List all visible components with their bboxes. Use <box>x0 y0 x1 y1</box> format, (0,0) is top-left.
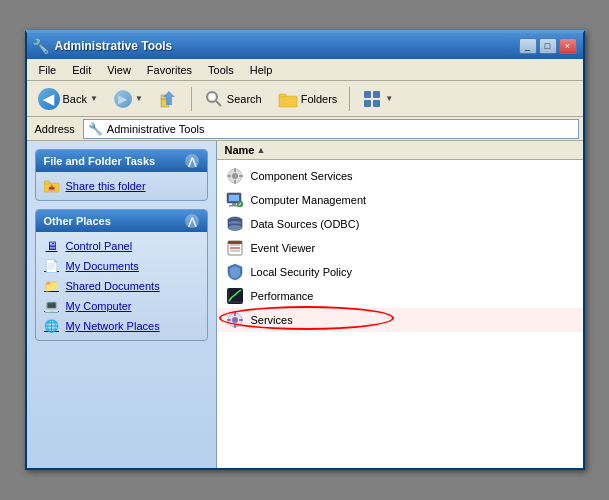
address-icon: 🔧 <box>88 122 103 136</box>
component-services-icon <box>225 166 245 186</box>
my-computer-icon: 💻 <box>44 298 60 314</box>
local-security-name: Local Security Policy <box>251 266 353 278</box>
svg-rect-8 <box>364 91 371 98</box>
sidebar-item-share-folder[interactable]: 📤 Share this folder <box>44 178 199 194</box>
svg-rect-45 <box>239 319 243 321</box>
menu-bar: File Edit View Favorites Tools Help <box>27 59 583 81</box>
file-folder-tasks-body: 📤 Share this folder <box>36 172 207 200</box>
address-content[interactable]: 🔧 Administrative Tools <box>83 119 579 139</box>
file-pane-header: Name ▲ <box>217 141 583 160</box>
menu-view[interactable]: View <box>99 62 139 78</box>
name-column-header[interactable]: Name ▲ <box>225 144 266 156</box>
svg-rect-23 <box>232 203 236 205</box>
control-panel-icon: 🖥 <box>44 238 60 254</box>
sidebar: File and Folder Tasks ⋀ 📤 Share this fol… <box>27 141 217 468</box>
other-places-header[interactable]: Other Places ⋀ <box>36 210 207 232</box>
data-sources-name: Data Sources (ODBC) <box>251 218 360 230</box>
svg-rect-6 <box>279 96 297 107</box>
search-label: Search <box>227 93 262 105</box>
component-services-name: Component Services <box>251 170 353 182</box>
computer-management-icon: ✓ <box>225 190 245 210</box>
other-places-body: 🖥 Control Panel 📄 My Documents 📁 Shared … <box>36 232 207 340</box>
up-button[interactable] <box>152 85 186 113</box>
data-sources-icon <box>225 214 245 234</box>
maximize-button[interactable]: □ <box>539 38 557 54</box>
svg-rect-36 <box>228 241 242 244</box>
table-row[interactable]: Event Viewer <box>217 236 583 260</box>
folders-button[interactable]: Folders <box>271 85 345 113</box>
menu-favorites[interactable]: Favorites <box>139 62 200 78</box>
svg-point-31 <box>228 225 242 231</box>
address-bar: Address 🔧 Administrative Tools <box>27 117 583 141</box>
svg-line-5 <box>216 101 221 106</box>
sidebar-item-control-panel[interactable]: 🖥 Control Panel <box>44 238 199 254</box>
views-icon <box>362 89 382 109</box>
title-bar-text: Administrative Tools <box>55 39 513 53</box>
minimize-button[interactable]: _ <box>519 38 537 54</box>
collapse-icon[interactable]: ⋀ <box>185 154 199 168</box>
address-label: Address <box>31 123 79 135</box>
toolbar: ◀ Back ▼ ▶ ▼ <box>27 81 583 117</box>
separator-1 <box>191 87 192 111</box>
back-dropdown-icon: ▼ <box>90 94 98 103</box>
sidebar-item-my-network[interactable]: 🌐 My Network Places <box>44 318 199 334</box>
forward-button[interactable]: ▶ ▼ <box>107 85 150 113</box>
my-documents-label: My Documents <box>66 260 139 272</box>
table-row[interactable]: ✓ Computer Management <box>217 188 583 212</box>
title-bar-buttons: _ □ × <box>519 38 577 54</box>
back-icon: ◀ <box>38 88 60 110</box>
shared-documents-label: Shared Documents <box>66 280 160 292</box>
menu-help[interactable]: Help <box>242 62 281 78</box>
svg-rect-7 <box>279 94 286 97</box>
other-places-collapse-icon[interactable]: ⋀ <box>185 214 199 228</box>
sidebar-item-my-documents[interactable]: 📄 My Documents <box>44 258 199 274</box>
services-icon <box>225 310 245 330</box>
svg-rect-20 <box>239 175 243 177</box>
svg-rect-42 <box>234 312 236 316</box>
event-viewer-icon <box>225 238 245 258</box>
title-bar: 🔧 Administrative Tools _ □ × <box>27 33 583 59</box>
views-button[interactable]: ▼ <box>355 85 400 113</box>
svg-rect-11 <box>373 100 380 107</box>
sidebar-item-my-computer[interactable]: 💻 My Computer <box>44 298 199 314</box>
separator-2 <box>349 87 350 111</box>
my-documents-icon: 📄 <box>44 258 60 274</box>
search-icon <box>204 89 224 109</box>
svg-rect-10 <box>364 100 371 107</box>
forward-dropdown-icon: ▼ <box>135 94 143 103</box>
table-row[interactable]: Component Services <box>217 164 583 188</box>
main-window: 🔧 Administrative Tools _ □ × File Edit V… <box>25 30 585 470</box>
table-row[interactable]: Data Sources (ODBC) <box>217 212 583 236</box>
forward-icon: ▶ <box>114 90 132 108</box>
local-security-icon <box>225 262 245 282</box>
svg-rect-9 <box>373 91 380 98</box>
title-bar-icon: 🔧 <box>33 38 49 54</box>
table-row-services[interactable]: Services <box>217 308 583 332</box>
my-computer-label: My Computer <box>66 300 132 312</box>
close-button[interactable]: × <box>559 38 577 54</box>
computer-management-name: Computer Management <box>251 194 367 206</box>
table-row[interactable]: Local Security Policy <box>217 260 583 284</box>
svg-rect-43 <box>234 324 236 328</box>
menu-tools[interactable]: Tools <box>200 62 242 78</box>
shared-documents-icon: 📁 <box>44 278 60 294</box>
svg-rect-44 <box>227 319 231 321</box>
file-pane: Name ▲ Co <box>217 141 583 468</box>
menu-edit[interactable]: Edit <box>64 62 99 78</box>
folders-label: Folders <box>301 93 338 105</box>
address-path: Administrative Tools <box>107 123 205 135</box>
performance-name: Performance <box>251 290 314 302</box>
file-folder-tasks-header[interactable]: File and Folder Tasks ⋀ <box>36 150 207 172</box>
sidebar-item-shared-documents[interactable]: 📁 Shared Documents <box>44 278 199 294</box>
table-row[interactable]: Performance <box>217 284 583 308</box>
services-name: Services <box>251 314 293 326</box>
search-button[interactable]: Search <box>197 85 269 113</box>
file-folder-tasks-section: File and Folder Tasks ⋀ 📤 Share this fol… <box>35 149 208 201</box>
menu-file[interactable]: File <box>31 62 65 78</box>
views-dropdown-icon: ▼ <box>385 94 393 103</box>
share-folder-label: Share this folder <box>66 180 146 192</box>
svg-point-16 <box>232 173 238 179</box>
services-highlight-circle <box>219 306 394 330</box>
back-label: Back <box>63 93 87 105</box>
back-button[interactable]: ◀ Back ▼ <box>31 85 105 113</box>
